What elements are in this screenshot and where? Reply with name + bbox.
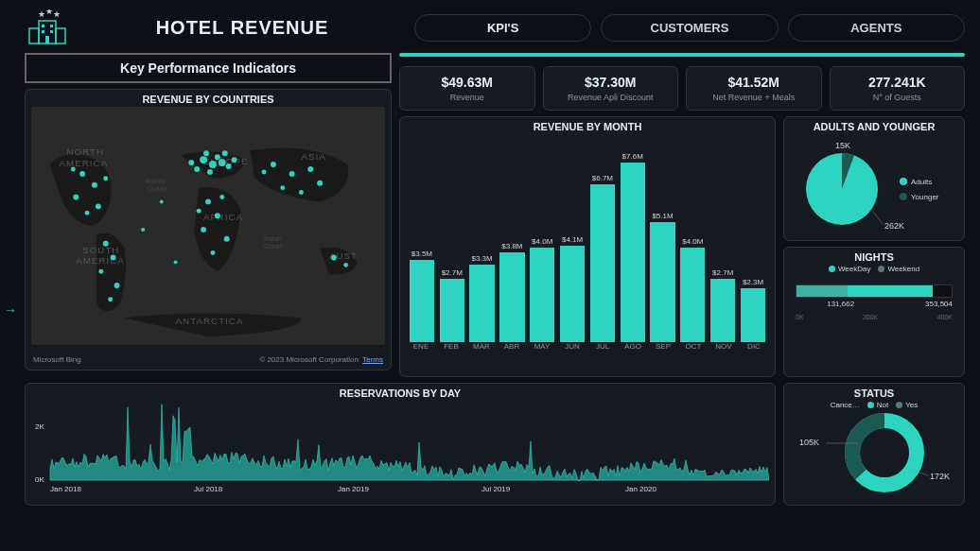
svg-point-52 <box>219 195 224 199</box>
svg-text:ASIA: ASIA <box>301 151 325 162</box>
svg-text:★: ★ <box>53 9 61 19</box>
svg-text:Ocean: Ocean <box>264 243 283 250</box>
svg-point-46 <box>222 150 228 156</box>
accent-bar <box>399 53 965 57</box>
revenue-month-chart[interactable]: REVENUE BY MONTH $3.5M$2.7M$3.3M$3.8M$4.… <box>399 116 776 377</box>
svg-text:AFRICA: AFRICA <box>203 212 243 222</box>
svg-point-71 <box>900 178 907 185</box>
svg-text:★: ★ <box>45 9 53 16</box>
svg-point-26 <box>73 195 79 200</box>
svg-point-61 <box>331 255 337 261</box>
svg-point-54 <box>271 162 276 167</box>
svg-point-56 <box>307 166 313 172</box>
svg-text:Adults: Adults <box>911 178 932 186</box>
svg-text:AMERICA: AMERICA <box>60 158 109 168</box>
svg-point-39 <box>194 166 200 172</box>
svg-point-41 <box>226 164 232 169</box>
svg-text:Jan 2020: Jan 2020 <box>625 485 656 493</box>
svg-text:Jul 2019: Jul 2019 <box>481 485 511 493</box>
svg-point-27 <box>96 203 101 209</box>
svg-rect-7 <box>45 36 49 43</box>
map-panel[interactable]: REVENUE BY COUNTRIES NORTHAMERICA SOUTHA… <box>25 89 392 370</box>
svg-point-31 <box>103 241 109 247</box>
svg-text:172K: 172K <box>930 472 950 481</box>
svg-line-70 <box>873 212 883 224</box>
svg-text:NORTH: NORTH <box>66 146 104 157</box>
hotel-logo-icon: ★ ★ ★ <box>25 8 70 47</box>
map-terms-link[interactable]: Terms <box>362 355 383 364</box>
svg-point-48 <box>215 213 220 218</box>
svg-text:Jul 2018: Jul 2018 <box>194 485 223 493</box>
svg-text:Jan 2019: Jan 2019 <box>338 485 369 493</box>
svg-point-28 <box>85 211 90 215</box>
svg-point-38 <box>219 159 226 166</box>
svg-text:AMERICA: AMERICA <box>76 255 125 266</box>
svg-text:Ocean: Ocean <box>148 185 166 192</box>
svg-point-64 <box>160 199 164 203</box>
svg-text:Atlantic: Atlantic <box>144 178 166 184</box>
svg-text:262K: 262K <box>884 221 904 231</box>
svg-point-63 <box>141 228 145 232</box>
svg-point-53 <box>197 209 201 214</box>
svg-text:105K: 105K <box>799 438 819 447</box>
page-title: HOTEL REVENUE <box>81 17 403 39</box>
expand-sidebar-button[interactable]: → <box>4 302 17 318</box>
card-guests: 277.241K N° of Guests <box>830 66 966 111</box>
svg-point-65 <box>174 260 178 264</box>
reservations-chart[interactable]: RESERVATIONS BY DAY 2K 0K Jan 2018Jul 20… <box>25 383 776 506</box>
svg-point-42 <box>203 150 209 156</box>
svg-point-60 <box>262 169 267 174</box>
nights-chart[interactable]: NIGHTS WeekDay Weekend 131,662 <box>783 247 965 377</box>
map-attrib-left: Microsoft Bing <box>33 355 81 364</box>
svg-text:2K: 2K <box>35 422 44 431</box>
card-revenue-discount: $37.30M Revenue Apli Discount <box>543 66 679 111</box>
svg-rect-4 <box>50 25 53 27</box>
svg-point-73 <box>900 193 907 200</box>
svg-point-50 <box>224 236 230 242</box>
svg-point-34 <box>114 283 120 288</box>
svg-point-36 <box>200 156 207 164</box>
svg-text:0K: 0K <box>35 475 44 484</box>
tab-customers[interactable]: CUSTOMERS <box>601 14 778 42</box>
svg-point-47 <box>205 198 211 204</box>
svg-rect-3 <box>42 25 44 27</box>
svg-text:ANTARCTICA: ANTARCTICA <box>176 316 244 326</box>
svg-text:Indian: Indian <box>264 235 282 242</box>
svg-point-35 <box>108 297 113 301</box>
svg-point-37 <box>209 161 217 168</box>
svg-point-40 <box>215 154 220 160</box>
tab-kpis[interactable]: KPI'S <box>414 14 591 42</box>
world-map[interactable]: NORTHAMERICA SOUTHAMERICA EUROPE AFRICA … <box>31 107 385 345</box>
svg-point-32 <box>111 255 116 261</box>
svg-point-30 <box>71 167 76 172</box>
svg-point-33 <box>98 269 103 274</box>
svg-text:15K: 15K <box>835 141 850 150</box>
card-net-revenue: $41.52M Net Revenue + Meals <box>686 66 822 111</box>
tab-agents[interactable]: AGENTS <box>788 14 965 42</box>
svg-point-45 <box>207 169 213 175</box>
svg-point-44 <box>232 157 237 163</box>
svg-point-24 <box>79 171 85 177</box>
svg-rect-6 <box>50 30 53 33</box>
svg-point-55 <box>289 171 295 177</box>
svg-point-29 <box>103 176 108 181</box>
status-chart[interactable]: STATUS Cance… Not Yes 105K 172K <box>783 383 965 506</box>
svg-point-62 <box>343 263 348 267</box>
kpi-section-title: Key Performance Indicators <box>25 53 392 83</box>
svg-point-58 <box>299 190 304 195</box>
adults-younger-chart[interactable]: ADULTS AND YOUNGER 15K 262K Adults Yo <box>783 116 965 241</box>
svg-point-59 <box>280 185 285 190</box>
svg-rect-2 <box>56 28 65 43</box>
svg-rect-1 <box>29 28 39 43</box>
svg-point-57 <box>317 181 323 186</box>
svg-text:Jan 2018: Jan 2018 <box>50 485 81 493</box>
card-revenue: $49.63M Revenue <box>399 66 535 111</box>
svg-point-51 <box>210 250 215 255</box>
map-title: REVENUE BY COUNTRIES <box>31 94 385 105</box>
svg-point-25 <box>92 182 97 188</box>
svg-point-49 <box>201 227 206 232</box>
svg-text:Younger: Younger <box>911 193 939 201</box>
svg-text:SOUTH: SOUTH <box>82 245 119 255</box>
svg-rect-5 <box>42 30 44 33</box>
svg-text:★: ★ <box>38 9 45 19</box>
